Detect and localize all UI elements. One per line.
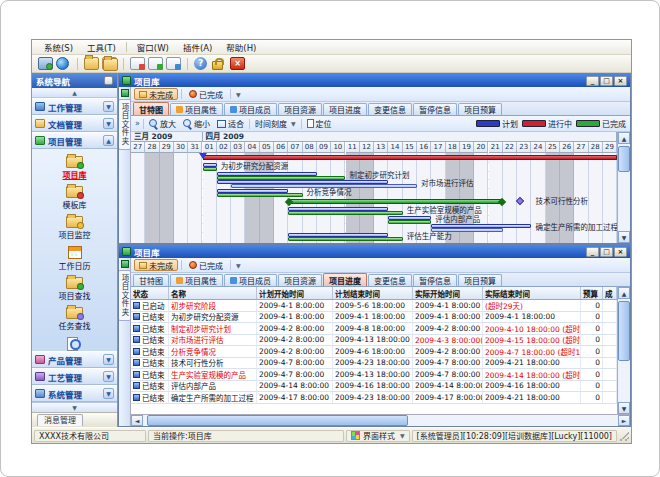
close-button[interactable]: × (614, 247, 627, 257)
scroll-up-arrow[interactable]: ▲ (618, 132, 630, 144)
table-row[interactable]: 已结束确定生产所需的加工过程2009-4-17 8:00:002009-4-23… (131, 392, 617, 404)
sidebar-item-6[interactable]: 任务查找 (32, 303, 117, 332)
globe-button[interactable] (56, 57, 71, 70)
tab-变更信息[interactable]: 变更信息 (368, 274, 412, 286)
overflow-chevron-icon[interactable]: ▼ (236, 91, 241, 98)
sidebar-group-4[interactable]: 产品管理▼ (32, 351, 117, 368)
overflow-chevron-icon[interactable]: ▼ (236, 262, 241, 269)
table-row[interactable]: 已结束技术可行性分析2009-4-7 8:00:002009-4-23 18:0… (131, 358, 617, 370)
scroll-down-arrow[interactable]: ▼ (618, 231, 630, 243)
scroll-down-arrow[interactable]: ▼ (618, 402, 630, 414)
project-folders-tab[interactable]: 项目文件夹 (118, 270, 131, 321)
scrollbar-thumb[interactable] (618, 301, 630, 361)
gantt-chart[interactable]: 三月 2009四月 200927282930310102030405060708… (131, 132, 617, 243)
sidebar-group-6[interactable]: 系统管理▼ (32, 385, 117, 402)
menu-item-4[interactable]: 插件(A) (177, 40, 218, 54)
table-row[interactable]: 已结束对市场进行评估2009-4-2 8:00:002009-4-13 18:0… (131, 335, 617, 347)
column-header-状态[interactable]: 状态 (131, 287, 169, 299)
tab-项目预算[interactable]: 项目预算 (458, 103, 502, 115)
tab-甘特图[interactable]: 甘特图 (133, 102, 169, 115)
minimize-button[interactable]: _ (586, 247, 599, 257)
lock-button[interactable] (212, 57, 227, 70)
chevron-down-icon[interactable]: ▼ (103, 354, 114, 365)
ui-style-dropdown[interactable]: 界面样式 ▼ (346, 430, 410, 442)
chevron-down-icon[interactable]: ▼ (103, 101, 114, 112)
table-vertical-scrollbar[interactable]: ▲ ▼ (617, 287, 630, 414)
table-row[interactable]: 已结束制定初步研究计划2009-4-2 8:00:002009-4-8 18:0… (131, 323, 617, 335)
sidebar-item-7[interactable]: 项目文档查找 (32, 333, 117, 351)
filter-completed-button[interactable]: 已完成 (185, 259, 227, 271)
column-header-计划开始时间[interactable]: 计划开始时间 (257, 287, 333, 299)
column-header-名称[interactable]: 名称 (169, 287, 257, 299)
tab-项目属性[interactable]: 项目属性 (170, 103, 223, 115)
column-header-计划结束时间[interactable]: 计划结束时间 (333, 287, 413, 299)
project-folders-collapsed-strip[interactable]: 项目文件夹 (119, 87, 131, 243)
table-row[interactable]: 已结束评估内部产品2009-4-14 8:00:002009-4-16 18:0… (131, 381, 617, 393)
gantt-panel-titlebar[interactable]: 项目库 _ □ × (119, 74, 630, 87)
sidebar-item-4[interactable]: 工作日历 (32, 242, 117, 272)
project-folders-tab[interactable]: 项目文件夹 (118, 99, 131, 150)
connect-button[interactable] (38, 57, 53, 70)
gantt-bar-done[interactable] (203, 167, 217, 171)
gantt-bar-summary[interactable] (288, 199, 503, 204)
sidebar-group-1[interactable]: 工作管理▼ (32, 98, 117, 115)
column-header-实际开始时间[interactable]: 实际开始时间 (413, 287, 483, 299)
tab-项目资源[interactable]: 项目资源 (278, 274, 322, 286)
tab-甘特图[interactable]: 甘特图 (133, 274, 169, 286)
sidebar-group-2[interactable]: 文档管理▼ (32, 115, 117, 132)
table-row[interactable]: 已结束生产实验室规模的产品2009-4-7 8:00:002009-4-13 1… (131, 369, 617, 381)
column-header-实际结束时间[interactable]: 实际结束时间 (483, 287, 581, 299)
chevron-down-icon[interactable]: ▼ (103, 388, 114, 399)
gantt-bar-done[interactable] (217, 193, 303, 197)
message-management-tab[interactable]: 消息管理 (32, 412, 117, 427)
sidebar-group-3[interactable]: 项目管理▲ (32, 132, 117, 149)
sidebar-scroll-up[interactable]: ▲ (32, 88, 117, 98)
message-tab-label[interactable]: 消息管理 (37, 414, 83, 426)
zoom-in-button[interactable]: 放大 (147, 118, 178, 129)
timescale-dropdown[interactable]: 时间刻度▼ (253, 118, 298, 129)
chevron-down-icon[interactable]: ▼ (103, 371, 114, 382)
chevron-down-icon[interactable]: ▼ (103, 118, 114, 129)
gantt-bar-done[interactable] (217, 176, 346, 180)
scroll-left-arrow[interactable]: ◄ (131, 415, 143, 426)
column-header-成[interactable]: 成 (603, 287, 617, 299)
gantt-bar-plan[interactable] (217, 172, 317, 176)
tab-项目进度[interactable]: 项目进度 (323, 273, 367, 286)
exit-button[interactable]: × (230, 57, 245, 70)
fit-button[interactable]: 适合 (215, 118, 246, 129)
table-row[interactable]: 已结束分析竞争情况2009-4-2 8:00:002009-4-6 18:00:… (131, 346, 617, 358)
report-red-button[interactable] (130, 57, 145, 70)
menu-item-2[interactable]: 工具(T) (81, 40, 122, 54)
pin-icon[interactable] (104, 76, 113, 85)
table-panel-titlebar[interactable]: 项目库 _ □ × (119, 245, 630, 258)
sidebar-item-1[interactable]: 项目库 (32, 152, 117, 181)
chevron-up-icon[interactable]: ▲ (103, 135, 114, 146)
toolbar-more-chevron[interactable]: » (135, 119, 140, 128)
tab-项目预算[interactable]: 项目预算 (458, 274, 502, 286)
gantt-bar-done[interactable] (288, 237, 402, 241)
tab-项目属性[interactable]: 项目属性 (170, 274, 223, 286)
table-row[interactable]: 已启动初步研究阶段2009-4-1 8:00:002009-5-6 18:00:… (131, 300, 617, 312)
sidebar-scroll-down[interactable]: ▼ (32, 402, 117, 412)
restore-button[interactable]: □ (600, 247, 613, 257)
tab-项目成员[interactable]: 项目成员 (224, 274, 277, 286)
tab-项目成员[interactable]: 项目成员 (224, 103, 277, 115)
scrollbar-thumb[interactable] (618, 146, 630, 172)
gantt-bar-done[interactable] (288, 211, 402, 215)
gantt-bar-done[interactable] (388, 220, 431, 224)
sidebar-group-5[interactable]: 工艺管理▼ (32, 368, 117, 385)
zoom-out-button[interactable]: 缩小 (181, 118, 212, 129)
gantt-bar-plan[interactable] (388, 216, 431, 220)
tab-暂停信息[interactable]: 暂停信息 (413, 103, 457, 115)
table-horizontal-scrollbar[interactable]: ◄ ► (131, 414, 630, 426)
tab-项目进度[interactable]: 项目进度 (323, 103, 367, 115)
gantt-vertical-scrollbar[interactable]: ▲ ▼ (617, 132, 630, 243)
report-blue-button[interactable] (166, 57, 181, 70)
restore-button[interactable]: □ (600, 76, 613, 86)
gantt-body[interactable]: 为初步研究分配资源制定初步研究计划对市场进行评估分析竞争情况技术可行性分析生产实… (131, 153, 617, 243)
column-header-预算[interactable]: 预算 (581, 287, 603, 299)
locate-button[interactable]: 定位 (305, 118, 334, 129)
table-row[interactable]: 已结束为初步研究分配资源2009-4-1 8:00:002009-4-1 18:… (131, 312, 617, 324)
gantt-bar-inprogress[interactable] (203, 155, 618, 160)
report-green-button[interactable] (148, 57, 163, 70)
